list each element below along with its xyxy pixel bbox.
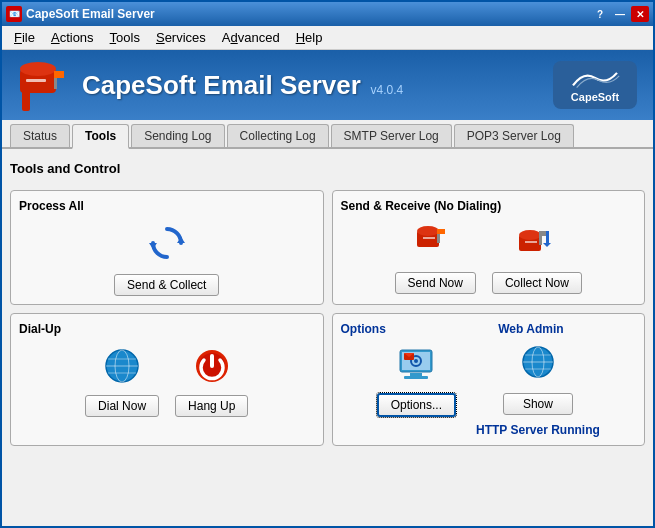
section-title: Tools and Control xyxy=(10,157,645,182)
process-all-content: Send & Collect xyxy=(19,221,315,296)
collect-now-button[interactable]: Collect Now xyxy=(492,272,582,294)
close-btn[interactable]: ✕ xyxy=(631,6,649,22)
tab-collecting-log[interactable]: Collecting Log xyxy=(227,124,329,147)
window-title: CapeSoft Email Server xyxy=(26,7,155,21)
content-area: Tools and Control Process All xyxy=(2,149,653,526)
menu-advanced[interactable]: Advanced xyxy=(214,28,288,47)
options-webadmin-panel: Options Web Admin xyxy=(332,313,646,446)
collect-now-item: Collect Now xyxy=(492,221,582,294)
http-status: HTTP Server Running xyxy=(476,423,600,437)
svg-rect-19 xyxy=(546,231,549,244)
svg-rect-33 xyxy=(404,376,428,379)
header-band: CapeSoft Email Server v4.0.4 CapeSoft xyxy=(2,50,653,120)
send-mail-icon xyxy=(413,221,457,268)
send-now-button[interactable]: Send Now xyxy=(395,272,476,294)
svg-point-14 xyxy=(519,230,541,240)
options-webadmin-content: Options... Show xyxy=(341,342,637,437)
svg-rect-32 xyxy=(410,373,422,376)
dialup-panel: Dial-Up Dial Now xyxy=(10,313,324,446)
options-title: Options xyxy=(341,322,479,336)
header-title: CapeSoft Email Server xyxy=(82,70,361,100)
title-controls: ? — ✕ xyxy=(591,6,649,22)
svg-rect-17 xyxy=(539,231,547,236)
header-left: CapeSoft Email Server v4.0.4 xyxy=(18,59,403,111)
bottom-panels-row: Dial-Up Dial Now xyxy=(10,313,645,446)
send-receive-title: Send & Receive (No Dialing) xyxy=(341,199,637,213)
menu-help[interactable]: Help xyxy=(288,28,331,47)
webadmin-title: Web Admin xyxy=(498,322,636,336)
svg-rect-15 xyxy=(525,241,537,243)
options-webadmin-titles: Options Web Admin xyxy=(341,322,637,336)
globe-icon xyxy=(100,344,144,391)
web-admin-icon xyxy=(516,342,560,389)
collect-mail-icon xyxy=(515,221,559,268)
tab-tools[interactable]: Tools xyxy=(72,124,129,149)
tab-pop3-log[interactable]: POP3 Server Log xyxy=(454,124,574,147)
svg-point-2 xyxy=(20,62,56,76)
webadmin-col: Show HTTP Server Running xyxy=(476,342,600,437)
svg-point-9 xyxy=(417,226,439,236)
svg-rect-3 xyxy=(26,79,46,82)
svg-point-31 xyxy=(414,359,418,363)
menu-actions[interactable]: Actions xyxy=(43,28,102,47)
header-mail-icon xyxy=(18,59,70,111)
send-receive-content: Send Now xyxy=(341,221,637,294)
process-all-panel: Process All Send & Collect xyxy=(10,190,324,305)
svg-rect-27 xyxy=(210,354,214,368)
dialup-title: Dial-Up xyxy=(19,322,315,336)
dial-now-item: Dial Now xyxy=(85,344,159,417)
header-title-area: CapeSoft Email Server v4.0.4 xyxy=(82,70,403,101)
hang-up-item: Hang Up xyxy=(175,344,248,417)
show-button[interactable]: Show xyxy=(503,393,573,415)
send-now-item: Send Now xyxy=(395,221,476,294)
power-icon xyxy=(190,344,234,391)
minimize-btn[interactable]: — xyxy=(611,6,629,22)
capesoft-logo: CapeSoft xyxy=(553,61,637,109)
title-bar: 📧 CapeSoft Email Server ? — ✕ xyxy=(2,2,653,26)
help-btn[interactable]: ? xyxy=(591,6,609,22)
sync-icon xyxy=(145,221,189,268)
options-col: Options... xyxy=(377,342,456,417)
tab-smtp-log[interactable]: SMTP Server Log xyxy=(331,124,452,147)
options-computer-icon xyxy=(394,342,438,389)
menu-file[interactable]: File xyxy=(6,28,43,47)
menu-services[interactable]: Services xyxy=(148,28,214,47)
tab-status[interactable]: Status xyxy=(10,124,70,147)
logo-text: CapeSoft xyxy=(571,91,619,103)
hang-up-button[interactable]: Hang Up xyxy=(175,395,248,417)
main-window: 📧 CapeSoft Email Server ? — ✕ File Actio… xyxy=(0,0,655,528)
menu-tools[interactable]: Tools xyxy=(102,28,148,47)
app-icon: 📧 xyxy=(6,6,22,22)
menubar: File Actions Tools Services Advanced Hel… xyxy=(2,26,653,50)
svg-rect-12 xyxy=(437,229,445,234)
top-panels-row: Process All Send & Collect xyxy=(10,190,645,305)
dialup-content: Dial Now Hang Up xyxy=(19,344,315,417)
svg-rect-10 xyxy=(423,237,435,239)
svg-rect-5 xyxy=(54,71,64,78)
dial-now-button[interactable]: Dial Now xyxy=(85,395,159,417)
send-receive-panel: Send & Receive (No Dialing) xyxy=(332,190,646,305)
process-all-title: Process All xyxy=(19,199,315,213)
tab-bar: Status Tools Sending Log Collecting Log … xyxy=(2,120,653,149)
send-collect-button[interactable]: Send & Collect xyxy=(114,274,219,296)
header-version: v4.0.4 xyxy=(371,83,404,97)
options-button[interactable]: Options... xyxy=(377,393,456,417)
title-bar-left: 📧 CapeSoft Email Server xyxy=(6,6,155,22)
tab-sending-log[interactable]: Sending Log xyxy=(131,124,224,147)
